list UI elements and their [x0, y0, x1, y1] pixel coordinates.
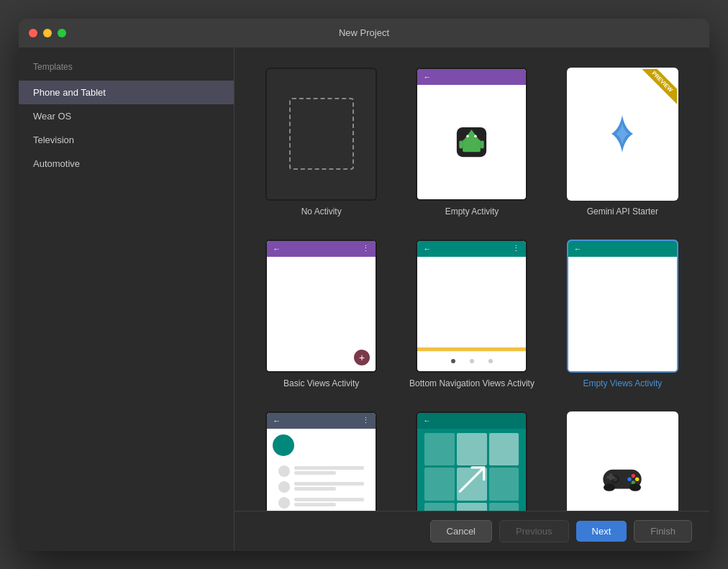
template-main-area: No Activity ←	[235, 47, 709, 551]
previous-button[interactable]: Previous	[499, 520, 569, 542]
gemini-star-icon	[601, 112, 644, 155]
template-game-activity[interactable]: Game Activity	[553, 406, 692, 511]
finish-button[interactable]: Finish	[634, 520, 692, 542]
gemini-preview: PREVIEW	[567, 68, 678, 201]
svg-point-13	[632, 473, 635, 477]
svg-rect-2	[463, 140, 481, 152]
titlebar: New Project	[19, 19, 709, 47]
svg-line-7	[460, 468, 483, 491]
bottom-nav-views-label: Bottom Navigation Views Activity	[409, 378, 534, 388]
svg-point-14	[628, 477, 632, 481]
template-no-activity[interactable]: No Activity	[252, 62, 391, 222]
template-empty-views-activity[interactable]: ← Empty Views Activity	[553, 234, 692, 394]
android-logo-icon	[452, 122, 491, 162]
sidebar-item-phone-tablet[interactable]: Phone and Tablet	[19, 81, 234, 104]
svg-point-6	[475, 135, 477, 137]
basic-views-label: Basic Views Activity	[283, 378, 359, 388]
empty-views-label: Empty Views Activity	[583, 378, 662, 388]
maximize-button[interactable]	[58, 29, 66, 37]
svg-point-18	[629, 483, 641, 491]
responsive-preview: ←	[416, 411, 527, 511]
template-gemini-api-starter[interactable]: PREVIEW Gemini API Starter	[553, 62, 692, 222]
gamepad-icon	[601, 462, 644, 494]
svg-point-15	[635, 477, 639, 481]
traffic-lights	[29, 29, 66, 37]
template-empty-activity[interactable]: ←	[402, 62, 541, 222]
svg-point-17	[604, 483, 615, 491]
close-button[interactable]	[29, 29, 37, 37]
minimize-button[interactable]	[43, 29, 52, 37]
template-responsive-activity[interactable]: ←	[402, 406, 541, 511]
sidebar-item-wear-os[interactable]: Wear OS	[19, 104, 234, 128]
empty-activity-preview: ←	[416, 68, 527, 201]
svg-rect-4	[481, 140, 484, 148]
svg-point-5	[467, 135, 469, 137]
template-full-scrollable-activity[interactable]: ← ⋮	[252, 406, 391, 511]
basic-views-preview: ← ⋮ +	[265, 240, 377, 373]
no-activity-preview	[265, 68, 377, 201]
dialog-footer: Cancel Previous Next Finish	[235, 511, 709, 551]
window-title: New Project	[339, 27, 389, 38]
fab-icon: +	[354, 350, 370, 365]
template-grid: No Activity ←	[252, 62, 692, 511]
svg-rect-3	[460, 140, 463, 148]
template-bottom-nav-activity[interactable]: ← ⋮	[402, 234, 541, 394]
template-grid-area: No Activity ←	[235, 47, 709, 511]
no-activity-label: No Activity	[301, 206, 342, 217]
empty-views-preview: ←	[567, 240, 678, 373]
main-content: Templates Phone and Tablet Wear OS Telev…	[19, 47, 709, 551]
empty-activity-label: Empty Activity	[445, 206, 499, 217]
sidebar: Templates Phone and Tablet Wear OS Telev…	[19, 47, 235, 551]
dashed-rect-icon	[289, 98, 354, 170]
game-preview	[567, 411, 678, 511]
template-basic-views-activity[interactable]: ← ⋮ + Basic Views Activity	[252, 234, 391, 394]
sidebar-item-automotive[interactable]: Automotive	[19, 152, 234, 176]
sidebar-section-label: Templates	[19, 62, 234, 81]
next-button[interactable]: Next	[576, 521, 627, 542]
bottom-nav-preview: ← ⋮	[416, 240, 527, 373]
scrollable-preview: ← ⋮	[265, 411, 377, 511]
sidebar-item-television[interactable]: Television	[19, 128, 234, 152]
svg-rect-12	[607, 475, 615, 478]
preview-badge: PREVIEW	[634, 69, 677, 112]
gemini-api-starter-label: Gemini API Starter	[587, 206, 658, 217]
responsive-arrow-icon	[454, 462, 490, 498]
cancel-button[interactable]: Cancel	[430, 520, 492, 542]
new-project-window: New Project Templates Phone and Tablet W…	[19, 19, 709, 551]
